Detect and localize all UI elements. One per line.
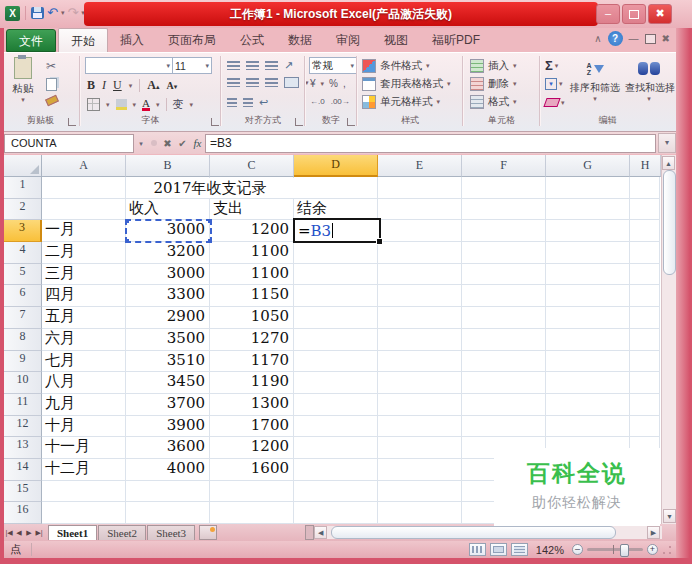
doc-close-button[interactable]: ✖ xyxy=(662,33,670,44)
save-button[interactable] xyxy=(31,7,44,19)
cell-B15[interactable] xyxy=(126,481,210,503)
cell-D11[interactable] xyxy=(294,394,378,416)
cell-F2[interactable] xyxy=(462,199,546,221)
cell-styles-button[interactable]: 单元格样式▾ xyxy=(362,95,440,109)
column-header-G[interactable]: G xyxy=(546,155,630,177)
cell-G7[interactable] xyxy=(546,307,630,329)
cell-H3[interactable] xyxy=(630,220,660,242)
row-header-10[interactable]: 10 xyxy=(4,372,42,394)
cell-D7[interactable] xyxy=(294,307,378,329)
cell-D4[interactable] xyxy=(294,242,378,264)
cell-E12[interactable] xyxy=(378,416,462,438)
cell-H10[interactable] xyxy=(630,372,660,394)
cell-E3[interactable] xyxy=(378,220,462,242)
cell-A15[interactable] xyxy=(42,481,126,503)
cell-E5[interactable] xyxy=(378,264,462,286)
paste-button[interactable]: 粘贴 ▾ xyxy=(10,57,36,104)
cell-A1[interactable] xyxy=(42,177,126,199)
column-header-D[interactable]: D xyxy=(294,155,378,177)
align-middle-button[interactable] xyxy=(246,61,259,70)
undo-button[interactable]: ↶ xyxy=(47,6,58,20)
ribbon-tab-数据[interactable]: 数据 xyxy=(276,28,324,52)
cell-D5[interactable] xyxy=(294,264,378,286)
row-header-4[interactable]: 4 xyxy=(4,242,42,264)
cell-B8[interactable]: 3500 xyxy=(126,329,210,351)
file-tab[interactable]: 文件 xyxy=(6,29,56,52)
ribbon-tab-公式[interactable]: 公式 xyxy=(228,28,276,52)
alignment-dialog-launcher[interactable] xyxy=(295,118,303,126)
cell-E15[interactable] xyxy=(378,481,462,503)
cell-D8[interactable] xyxy=(294,329,378,351)
copy-button[interactable] xyxy=(46,78,57,91)
merge-center-button[interactable] xyxy=(284,77,299,88)
sort-filter-button[interactable]: AZ 排序和筛选 ▾ xyxy=(567,57,623,103)
currency-button[interactable]: ¥ xyxy=(310,78,316,89)
insert-function-button[interactable]: fx xyxy=(190,137,205,149)
cell-C7[interactable]: 1050 xyxy=(210,307,294,329)
cell-E8[interactable] xyxy=(378,329,462,351)
cell-C6[interactable]: 1150 xyxy=(210,285,294,307)
column-header-H[interactable]: H xyxy=(630,155,661,177)
insert-cells-button[interactable]: 插入▾ xyxy=(470,59,517,73)
page-break-view-button[interactable] xyxy=(511,543,528,556)
zoom-slider[interactable] xyxy=(587,548,643,551)
cell-A16[interactable] xyxy=(42,502,126,524)
number-dialog-launcher[interactable] xyxy=(347,118,355,126)
name-box-dropdown[interactable]: ▾ xyxy=(134,134,148,153)
cell-C4[interactable]: 1100 xyxy=(210,242,294,264)
cell-E11[interactable] xyxy=(378,394,462,416)
number-format-combo[interactable]: 常规▾ xyxy=(309,57,357,74)
cell-F4[interactable] xyxy=(462,242,546,264)
redo-button[interactable]: ↷ xyxy=(67,6,78,20)
cell-F12[interactable] xyxy=(462,416,546,438)
align-top-button[interactable] xyxy=(227,61,240,70)
format-cells-button[interactable]: 格式▾ xyxy=(470,95,517,109)
cell-C3[interactable]: 1200 xyxy=(210,220,294,242)
cell-C11[interactable]: 1300 xyxy=(210,394,294,416)
hscroll-left-button[interactable]: ◀ xyxy=(314,526,327,539)
cell-F6[interactable] xyxy=(462,285,546,307)
font-color-button[interactable]: A xyxy=(142,98,150,111)
cell-B2[interactable]: 收入 xyxy=(126,199,210,221)
vertical-scroll-thumb[interactable] xyxy=(663,170,676,275)
phonetic-button[interactable]: 变 xyxy=(173,97,184,112)
last-sheet-button[interactable]: ▶| xyxy=(34,529,44,537)
cell-G10[interactable] xyxy=(546,372,630,394)
horizontal-scroll-thumb[interactable] xyxy=(331,526,616,539)
formula-input[interactable]: =B3 xyxy=(205,134,656,153)
cell-A9[interactable]: 七月 xyxy=(42,351,126,373)
cell-C5[interactable]: 1100 xyxy=(210,264,294,286)
cell-A7[interactable]: 五月 xyxy=(42,307,126,329)
cell-F3[interactable] xyxy=(462,220,546,242)
page-layout-view-button[interactable] xyxy=(490,543,507,556)
cell-title-text[interactable]: 2017年收支记录 xyxy=(126,178,294,198)
row-header-14[interactable]: 14 xyxy=(4,459,42,481)
cell-B12[interactable]: 3900 xyxy=(126,416,210,438)
cell-D6[interactable] xyxy=(294,285,378,307)
tab-split-handle[interactable] xyxy=(305,525,314,540)
maximize-button[interactable] xyxy=(622,4,646,24)
cell-A5[interactable]: 三月 xyxy=(42,264,126,286)
cell-B6[interactable]: 3300 xyxy=(126,285,210,307)
cell-B11[interactable]: 3700 xyxy=(126,394,210,416)
row-header-12[interactable]: 12 xyxy=(4,416,42,438)
cell-C2[interactable]: 支出 xyxy=(210,199,294,221)
cell-F10[interactable] xyxy=(462,372,546,394)
sheet-tab-Sheet3[interactable]: Sheet3 xyxy=(147,525,195,540)
doc-restore-button[interactable] xyxy=(645,34,656,44)
cell-A8[interactable]: 六月 xyxy=(42,329,126,351)
sheet-tab-Sheet2[interactable]: Sheet2 xyxy=(98,525,146,540)
cell-E1[interactable] xyxy=(378,177,462,199)
cell-E6[interactable] xyxy=(378,285,462,307)
row-header-15[interactable]: 15 xyxy=(4,481,42,503)
underline-button[interactable]: U xyxy=(113,78,122,93)
decrease-indent-button[interactable] xyxy=(227,98,237,107)
cell-A14[interactable]: 十二月 xyxy=(42,459,126,481)
cell-D10[interactable] xyxy=(294,372,378,394)
cell-C12[interactable]: 1700 xyxy=(210,416,294,438)
find-select-button[interactable]: 查找和选择 ▾ xyxy=(625,57,673,103)
increase-decimal-button[interactable]: ←.0 xyxy=(310,97,325,106)
ribbon-collapse-button[interactable]: ∧ xyxy=(594,33,601,44)
cell-H5[interactable] xyxy=(630,264,660,286)
cell-B10[interactable]: 3450 xyxy=(126,372,210,394)
